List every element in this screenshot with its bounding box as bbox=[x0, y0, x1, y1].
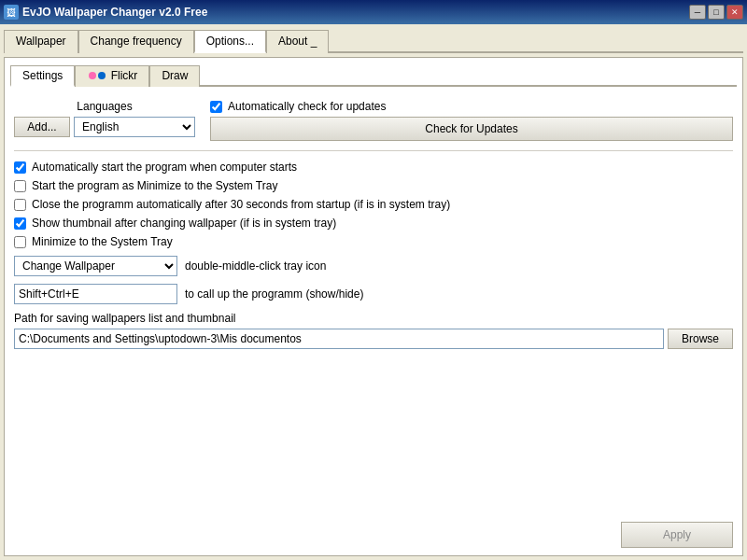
top-tab-bar: Wallpaper Change frequency Options... Ab… bbox=[4, 28, 743, 53]
checkbox-close-auto: Close the programm automatically after 3… bbox=[14, 198, 733, 211]
close-auto-label: Close the programm automatically after 3… bbox=[32, 198, 450, 211]
tab-settings[interactable]: Settings bbox=[10, 65, 75, 87]
close-button[interactable]: ✕ bbox=[726, 5, 743, 20]
close-auto-checkbox[interactable] bbox=[14, 199, 26, 211]
app-title: EvJO Wallpaper Changer v2.0 Free bbox=[22, 6, 207, 19]
checkbox-start-minimize: Start the program as Minimize to the Sys… bbox=[14, 179, 733, 192]
flickr-dot-pink bbox=[89, 72, 96, 79]
browse-button[interactable]: Browse bbox=[668, 329, 733, 349]
start-minimize-checkbox[interactable] bbox=[14, 180, 26, 192]
spacer bbox=[10, 358, 737, 512]
title-buttons: ─ □ ✕ bbox=[689, 5, 743, 20]
auto-check-checkbox[interactable] bbox=[210, 101, 222, 113]
flickr-dot-blue bbox=[98, 72, 106, 79]
inner-tab-bar: Settings Flickr Draw bbox=[10, 63, 737, 87]
checkbox-minimize-tray: Minimize to the System Tray bbox=[14, 235, 733, 248]
checkbox-show-thumbnail: Show thumbnail after changing wallpaper … bbox=[14, 217, 733, 230]
checkbox-area: Automatically start the program when com… bbox=[14, 161, 733, 248]
auto-check-label: Automatically check for updates bbox=[228, 100, 386, 113]
tab-flickr[interactable]: Flickr bbox=[75, 65, 149, 87]
languages-label: Languages bbox=[14, 100, 195, 113]
tab-options[interactable]: Options... bbox=[194, 30, 266, 53]
minimize-tray-checkbox[interactable] bbox=[14, 236, 26, 248]
tab-change-frequency[interactable]: Change frequency bbox=[78, 30, 194, 53]
divider-1 bbox=[14, 150, 733, 151]
show-thumbnail-label: Show thumbnail after changing wallpaper … bbox=[32, 217, 336, 230]
tab-wallpaper[interactable]: Wallpaper bbox=[4, 30, 78, 53]
add-language-button[interactable]: Add... bbox=[14, 117, 70, 137]
auto-start-label: Automatically start the program when com… bbox=[32, 161, 297, 174]
minimize-button[interactable]: ─ bbox=[689, 5, 706, 20]
languages-section: Languages Add... English Russian German bbox=[14, 100, 195, 137]
tab-draw[interactable]: Draw bbox=[149, 65, 200, 87]
window-body: Wallpaper Change frequency Options... Ab… bbox=[0, 24, 747, 560]
language-select[interactable]: English Russian German bbox=[74, 117, 195, 137]
checkbox-auto-start: Automatically start the program when com… bbox=[14, 161, 733, 174]
languages-controls: Add... English Russian German bbox=[14, 117, 195, 137]
updates-section: Automatically check for updates Check fo… bbox=[210, 100, 733, 141]
path-input[interactable] bbox=[14, 329, 664, 349]
tab-about[interactable]: About _ bbox=[266, 30, 329, 53]
show-thumbnail-checkbox[interactable] bbox=[14, 217, 26, 230]
wallpaper-dropdown-row: Change Wallpaper Open Program Next Wallp… bbox=[14, 256, 733, 276]
apply-button[interactable]: Apply bbox=[621, 522, 733, 548]
auto-start-checkbox[interactable] bbox=[14, 161, 26, 174]
path-label: Path for saving wallpapers list and thum… bbox=[14, 312, 733, 325]
check-updates-button[interactable]: Check for Updates bbox=[210, 117, 733, 141]
flickr-dots bbox=[89, 72, 106, 79]
content-panel: Settings Flickr Draw Languages Add... bbox=[4, 57, 743, 556]
shortcut-input[interactable] bbox=[14, 284, 177, 304]
tab-flickr-label: Flickr bbox=[111, 69, 138, 82]
auto-check-row: Automatically check for updates bbox=[210, 100, 733, 113]
shortcut-label: to call up the programm (show/hide) bbox=[185, 287, 363, 301]
apply-area: Apply bbox=[10, 518, 737, 550]
title-bar-left: 🖼 EvJO Wallpaper Changer v2.0 Free bbox=[4, 5, 207, 20]
languages-updates-section: Languages Add... English Russian German bbox=[14, 100, 733, 141]
shortcut-row: to call up the programm (show/hide) bbox=[14, 284, 733, 304]
minimize-tray-label: Minimize to the System Tray bbox=[32, 235, 173, 248]
maximize-button[interactable]: □ bbox=[708, 5, 725, 20]
path-row: Browse bbox=[14, 329, 733, 349]
start-minimize-label: Start the program as Minimize to the Sys… bbox=[32, 179, 277, 192]
path-section: Path for saving wallpapers list and thum… bbox=[14, 312, 733, 349]
app-icon: 🖼 bbox=[4, 5, 19, 20]
double-click-label: double-middle-click tray icon bbox=[185, 259, 326, 273]
title-bar: 🖼 EvJO Wallpaper Changer v2.0 Free ─ □ ✕ bbox=[0, 0, 747, 24]
settings-content: Languages Add... English Russian German bbox=[10, 92, 737, 353]
wallpaper-action-select[interactable]: Change Wallpaper Open Program Next Wallp… bbox=[14, 256, 177, 276]
